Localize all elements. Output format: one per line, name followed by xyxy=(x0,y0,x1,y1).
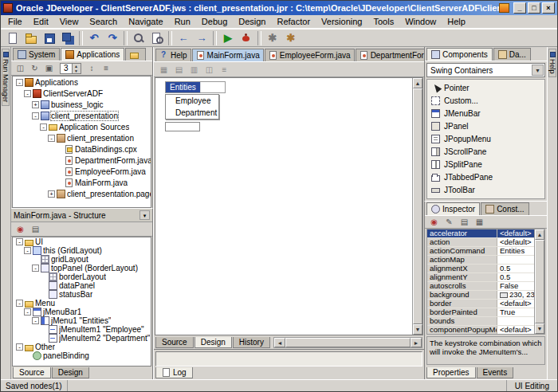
nav-collapse-icon[interactable]: ▣ xyxy=(42,62,56,74)
redo-icon[interactable]: ↷ xyxy=(104,30,121,46)
search-in-files-icon[interactable] xyxy=(148,30,166,46)
editor-view-tab-design[interactable]: Design xyxy=(195,337,232,348)
node-statusbar[interactable]: statusBar xyxy=(13,290,151,299)
align-left-icon[interactable]: ▤ xyxy=(172,64,186,76)
scroll-right-arrow[interactable]: ► xyxy=(411,338,422,347)
tab-files[interactable] xyxy=(125,48,146,61)
node-toppanel[interactable]: - topPanel (BorderLayout) xyxy=(13,264,151,272)
menu-item[interactable]: Debug xyxy=(196,16,233,27)
tab-data[interactable]: Da... xyxy=(493,48,531,61)
expand-toggle-icon[interactable]: + xyxy=(48,190,55,198)
structure-menu-button[interactable]: ▾ xyxy=(140,210,150,220)
node-jmenuitem2[interactable]: jMenuItem2 "Department" xyxy=(13,334,151,343)
property-row[interactable]: alignmentX 0.5 xyxy=(427,265,534,273)
nav-filter-icon[interactable]: ≡ xyxy=(100,62,113,74)
align-top-icon[interactable]: ▥ xyxy=(187,64,201,76)
palette-category-select[interactable]: Swing Containers ▼ xyxy=(426,63,545,77)
edit-property-icon[interactable]: ✎ xyxy=(442,216,456,228)
undo-icon[interactable]: ↶ xyxy=(85,30,103,46)
search-icon[interactable] xyxy=(130,30,147,46)
menu-item[interactable]: Search xyxy=(84,16,123,27)
node-jmenubar1[interactable]: - jMenuBar1 xyxy=(13,308,151,316)
back-icon[interactable]: ← xyxy=(175,30,192,46)
close-button[interactable]: × xyxy=(542,2,555,14)
scroll-left-arrow[interactable]: ◄ xyxy=(274,338,285,347)
expand-toggle-icon[interactable]: - xyxy=(32,317,39,324)
node-ui[interactable]: - UI xyxy=(13,237,151,246)
scroll-thumb[interactable] xyxy=(413,88,422,324)
rebuild-icon[interactable]: ✱ xyxy=(282,30,300,46)
categories-icon[interactable]: ▤ xyxy=(458,216,471,228)
log-tab[interactable]: Log xyxy=(155,367,193,378)
property-row[interactable]: actionCommand Entities xyxy=(427,247,534,256)
minimize-button[interactable]: _ xyxy=(513,2,526,14)
menu-item[interactable]: Tools xyxy=(367,16,399,27)
new-icon[interactable] xyxy=(4,30,22,46)
design-canvas[interactable]: Entities EmployeeDepartment ▲ ▼ xyxy=(155,77,423,335)
scroll-thumb[interactable] xyxy=(285,338,411,347)
menu-item[interactable]: Design xyxy=(233,16,271,27)
palette-item-jscrollpane[interactable]: JScrollPane xyxy=(427,145,544,158)
editor-tab-departmentform[interactable]: DepartmentForm.java xyxy=(356,49,424,61)
designed-menubar[interactable]: Entities xyxy=(165,81,226,93)
designed-menu-entities[interactable]: Entities xyxy=(166,82,200,92)
expand-toggle-icon[interactable]: - xyxy=(24,90,31,97)
scroll-thumb[interactable] xyxy=(535,240,544,323)
tab-system[interactable]: System xyxy=(13,48,60,61)
node-departmentform-java[interactable]: DepartmentForm.java xyxy=(13,155,151,166)
depth-spinner[interactable]: 3 ▲▼ xyxy=(60,63,81,74)
nav-display-options-icon[interactable]: ◫ xyxy=(14,62,27,74)
node-application-sources[interactable]: - Application Sources xyxy=(13,121,151,132)
canvas-horizontal-scrollbar[interactable]: ◄ ► xyxy=(273,337,422,348)
save-icon[interactable] xyxy=(41,30,58,46)
expand-toggle-icon[interactable]: - xyxy=(24,308,31,316)
node-employeeform-java[interactable]: EmployeeForm.java xyxy=(13,166,151,177)
editor-tab-mainform[interactable]: MainForm.java xyxy=(192,49,264,61)
inspector-tab-events[interactable]: Events xyxy=(477,367,514,378)
designed-menu-item[interactable]: Department xyxy=(166,107,218,119)
node-client-presentation[interactable]: - client_presentation xyxy=(13,110,151,121)
node-panelbinding[interactable]: panelBinding xyxy=(13,351,151,360)
save-all-icon[interactable] xyxy=(59,30,77,46)
editor-view-tab-history[interactable]: History xyxy=(233,337,270,348)
expand-toggle-icon[interactable]: - xyxy=(16,238,23,245)
node-pkg-client-presentation[interactable]: - client_presentation xyxy=(13,132,151,143)
expand-toggle-icon[interactable]: - xyxy=(16,79,23,86)
palette-item-jmenubar[interactable]: JMenuBar xyxy=(427,107,544,120)
scroll-down-arrow[interactable]: ▼ xyxy=(535,323,544,334)
run-icon[interactable]: ▶ xyxy=(219,30,237,46)
menu-item[interactable]: Help xyxy=(442,16,471,27)
expand-toggle-icon[interactable]: - xyxy=(48,135,55,142)
node-gridlayout[interactable]: gridLayout xyxy=(13,255,151,264)
palette-item-custom[interactable]: Custom... xyxy=(427,94,544,107)
structure-header[interactable]: MainForm.java - Structure ▾ xyxy=(11,209,152,222)
property-row[interactable]: actionMap xyxy=(427,256,534,265)
expand-toggle-icon[interactable]: - xyxy=(24,247,31,254)
expand-toggle-icon[interactable]: - xyxy=(32,112,39,120)
menu-item[interactable]: Window xyxy=(399,16,442,27)
designed-menubar-empty[interactable] xyxy=(200,82,225,92)
tab-constraints[interactable]: Const... xyxy=(481,202,529,215)
expand-toggle-icon[interactable]: - xyxy=(16,343,23,351)
menu-item[interactable]: Edit xyxy=(28,16,54,27)
menu-item[interactable]: Run xyxy=(169,16,196,27)
node-databindings-cpx[interactable]: DataBindings.cpx xyxy=(13,143,151,155)
menu-item[interactable]: Versioning xyxy=(316,16,367,27)
editor-view-tab-source[interactable]: Source xyxy=(155,337,194,348)
node-pagedefs[interactable]: + client_presentation.pageDefs xyxy=(13,188,151,199)
property-row[interactable]: bounds xyxy=(427,317,534,326)
palette-item-jsplitpane[interactable]: JSplitPane xyxy=(427,158,544,171)
title-bar[interactable]: Oracle JDeveloper - ClientServerADF.jws … xyxy=(1,1,557,15)
property-row[interactable]: action <default> xyxy=(427,238,534,247)
help-dock-tab[interactable]: Help xyxy=(548,49,556,77)
tab-applications[interactable]: Applications xyxy=(61,48,124,61)
canvas-vertical-scrollbar[interactable]: ▲ ▼ xyxy=(412,78,422,335)
menu-item[interactable]: Navigate xyxy=(123,16,168,27)
inspector-tab-properties[interactable]: Properties xyxy=(426,367,476,378)
property-row[interactable]: border <default> xyxy=(427,300,534,308)
scroll-up-arrow[interactable]: ▲ xyxy=(535,229,544,240)
designed-empty-slot[interactable] xyxy=(165,122,200,131)
node-datapanel[interactable]: dataPanel xyxy=(13,281,151,290)
union-icon[interactable]: ▦ xyxy=(473,216,486,228)
node-borderlayout[interactable]: borderLayout xyxy=(13,272,151,281)
